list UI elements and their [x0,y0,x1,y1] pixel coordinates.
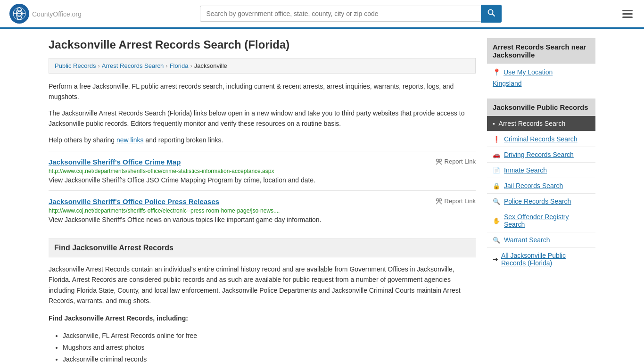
search-bar [200,5,502,23]
breadcrumb-florida[interactable]: Florida [170,62,189,69]
sidebar-item-police-records[interactable]: 🔍 Police Records Search [487,194,595,209]
scissors-icon-2 [435,197,443,205]
logo-text: CountyOffice.org [32,9,82,19]
use-location[interactable]: 📍 Use My Location [487,64,595,79]
resource-item: Jacksonville Sheriff's Office Crime Map … [49,151,476,190]
sidebar-item-warrant-search[interactable]: 🔍 Warrant Search [487,232,595,248]
intro-para2: The Jacksonville Arrest Records Search (… [49,108,476,129]
svg-line-5 [493,14,495,16]
list-item: Mugshots and arrest photos [63,342,476,354]
report-link-label-2: Report Link [445,197,476,205]
sidebar-item-inmate-search[interactable]: 📄 Inmate Search [487,163,595,178]
main-content: Jacksonville Arrest Records Search (Flor… [49,38,476,362]
resource-title-1[interactable]: Jacksonville Sheriff's Office Crime Map [49,158,181,166]
menu-button[interactable] [620,8,635,20]
logo[interactable]: CountyOffice.org [9,4,82,24]
find-section-subheading: Find Jacksonville Arrest Records, includ… [49,313,476,323]
resource-item: Jacksonville Sheriff's Office Police Pre… [49,190,476,230]
sidebar: Arrest Records Search near Jacksonville … [487,38,595,362]
use-location-link[interactable]: Use My Location [504,68,553,76]
arrest-records-icon: ▪ [493,120,495,127]
sidebar-nav-label: Arrest Records Search [499,120,566,127]
search-input[interactable] [200,6,481,22]
resource-desc-2: View Jacksonville Sheriff's Office news … [49,216,476,223]
location-icon: 📍 [493,68,501,76]
search-button[interactable] [481,5,502,23]
list-item: Jacksonville, FL Arrest Records online f… [63,330,476,342]
resource-title-2[interactable]: Jacksonville Sheriff's Office Police Pre… [49,197,219,206]
logo-icon [9,4,29,24]
breadcrumb-public-records[interactable]: Public Records [55,62,96,69]
breadcrumb-jacksonville: Jacksonville [194,62,227,69]
sidebar-item-criminal-records[interactable]: ❗ Criminal Records Search [487,132,595,147]
svg-point-11 [439,198,441,201]
sidebar-nav-link[interactable]: Driving Records Search [504,151,574,158]
police-records-icon: 🔍 [493,198,500,205]
kingsland-link[interactable]: Kingsland [493,80,522,87]
arrow-icon: ➔ [493,255,498,263]
intro-para1: Perform a free Jacksonville, FL public a… [49,81,476,102]
criminal-records-icon: ❗ [493,136,500,143]
sidebar-nav-link[interactable]: Jail Records Search [504,182,563,189]
all-records-anchor[interactable]: All Jacksonville Public Records (Florida… [501,252,590,267]
svg-point-7 [439,159,441,161]
resource-desc-1: View Jacksonville Sheriff's Office JSO C… [49,176,476,184]
report-link-1[interactable]: Report Link [435,158,476,165]
report-link-label-1: Report Link [445,158,476,165]
page-title: Jacksonville Arrest Records Search (Flor… [49,38,476,51]
scissors-icon [435,158,443,165]
all-records-link[interactable]: ➔ All Jacksonville Public Records (Flori… [487,248,595,271]
sidebar-nav-link[interactable]: Police Records Search [504,197,571,205]
nearby-link[interactable]: Kingsland [487,79,595,92]
sidebar-nav-link[interactable]: Sex Offender Registry Search [504,213,590,228]
driving-records-icon: 🚗 [493,151,500,158]
resource-url-1[interactable]: http://www.coj.net/departments/sheriffs-… [49,168,476,174]
list-item: Jacksonville criminal records [63,354,476,362]
find-section-heading: Find Jacksonville Arrest Records [49,239,476,257]
sidebar-item-jail-records[interactable]: 🔒 Jail Records Search [487,178,595,194]
breadcrumb: Public Records › Arrest Records Search ›… [49,58,476,74]
search-icon [487,9,495,16]
sidebar-nav-link[interactable]: Warrant Search [504,236,550,244]
sidebar-section1-title: Arrest Records Search near Jacksonville [487,38,595,64]
sidebar-item-sex-offender[interactable]: ✋ Sex Offender Registry Search [487,209,595,232]
new-links-link[interactable]: new links [116,136,144,144]
sidebar-nav-link[interactable]: Inmate Search [504,166,547,174]
sidebar-section2-title: Jacksonville Public Records [487,99,595,116]
sex-offender-icon: ✋ [493,217,500,224]
sidebar-nav-link[interactable]: Criminal Records Search [504,135,578,143]
sidebar-item-driving-records[interactable]: 🚗 Driving Records Search [487,147,595,163]
sidebar-item-arrest-records[interactable]: ▪ Arrest Records Search [487,116,595,132]
report-link-2[interactable]: Report Link [435,197,476,205]
breadcrumb-arrest-records[interactable]: Arrest Records Search [102,62,164,69]
svg-point-10 [436,198,438,201]
find-section-body: Jacksonville Arrest Records contain an i… [49,264,476,306]
resource-url-2[interactable]: http://www.coj.net/departments/sheriffs-… [49,207,476,214]
warrant-search-icon: 🔍 [493,237,500,244]
jail-records-icon: 🔒 [493,182,500,189]
svg-point-6 [436,159,438,161]
inmate-search-icon: 📄 [493,167,500,174]
intro-para3: Help others by sharing new links and rep… [49,135,476,145]
site-header: CountyOffice.org [0,0,644,29]
find-list: Jacksonville, FL Arrest Records online f… [63,330,476,362]
main-wrapper: Jacksonville Arrest Records Search (Flor… [39,29,605,362]
